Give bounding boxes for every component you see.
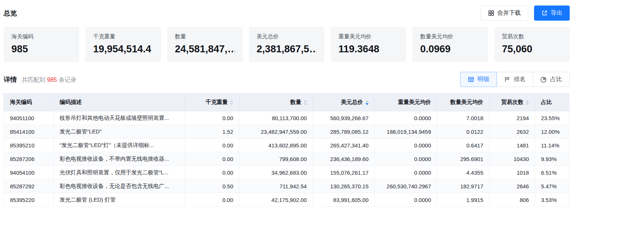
tab-detail[interactable]: 明细 <box>460 72 497 87</box>
cell-usd-total: 265,427,341.40 <box>313 139 375 152</box>
cell-trade-count: 2646 <box>490 179 535 193</box>
tab-proportion[interactable]: 占比 <box>533 72 570 87</box>
cell-usd-avg-by-weight: 0.0000 <box>375 166 437 179</box>
column-label: 重量美元均价 <box>398 99 431 105</box>
column-header-quantity[interactable]: 数量 <box>239 94 313 111</box>
card-value: 19,954,514.4 <box>93 43 153 55</box>
caret-up-icon <box>230 100 233 102</box>
cell-description: 彩色电视接收设备，无论是否包含无线电广... <box>54 179 185 193</box>
detail-left: 详情 共匹配到985条记录 <box>4 75 77 84</box>
column-header-proportion: 占比 <box>535 94 569 111</box>
cell-quantity: 42,175,902.00 <box>239 193 313 207</box>
cell-description: “发光二极管“LED”灯”（未提供详细标... <box>54 139 185 152</box>
table-row[interactable]: 94051100枝形吊灯和其他电动天花板或墙壁照明装置...0.0080,113… <box>4 111 569 125</box>
table-row[interactable]: 85287206彩色电视接收设备，不带内置无线电接收器...0.00799,60… <box>4 152 569 166</box>
cell-quantity: 23,482,947,559.00 <box>239 125 313 139</box>
summary-card: 重量美元均价119.3648 <box>331 27 406 62</box>
summary-card: 数量24,581,847,… <box>167 27 243 62</box>
caret-up-icon <box>304 100 307 102</box>
summary-card: 海关编码985 <box>4 27 79 62</box>
page: 总览 合并下载 <box>0 0 570 207</box>
cell-trade-count: 1018 <box>490 166 535 179</box>
cell-quantity: 34,962,683.00 <box>239 166 313 179</box>
column-header-kg-weight[interactable]: 千克重量 <box>185 94 239 111</box>
table-row[interactable]: 85414100发光二极管“LED”1.5223,482,947,559.002… <box>4 125 569 139</box>
cell-description: 发光二极管 (LED) 灯管 <box>54 193 185 207</box>
export-button[interactable]: 导出 <box>534 6 570 21</box>
table-body: 94051100枝形吊灯和其他电动天花板或墙壁照明装置...0.0080,113… <box>4 111 569 207</box>
cell-usd-avg-by-weight: 188,019,134.9459 <box>375 125 437 139</box>
cell-usd-avg-by-quantity: 4.4355 <box>437 166 490 179</box>
card-label: 千克重量 <box>93 33 153 40</box>
sort-icon[interactable] <box>366 100 369 105</box>
match-summary: 共匹配到985条记录 <box>22 76 77 84</box>
cell-proportion: 9.93% <box>535 152 569 166</box>
sort-icon[interactable] <box>230 100 233 105</box>
cell-quantity: 799,608.00 <box>239 152 313 166</box>
view-tabs: 明细排名占比 <box>460 72 570 87</box>
top-bar: 总览 合并下载 <box>4 0 570 21</box>
sort-icon[interactable] <box>526 100 529 105</box>
cell-hs-code: 85414100 <box>4 125 54 139</box>
column-header-hs-code: 海关编码 <box>4 94 54 111</box>
caret-down-icon <box>304 103 307 105</box>
merge-download-button[interactable]: 合并下载 <box>481 6 528 21</box>
column-header-usd-total[interactable]: 美元总价 <box>313 94 375 111</box>
column-header-description: 编码描述 <box>54 94 185 111</box>
table-row[interactable]: 85395210“发光二极管“LED”灯”（未提供详细标...0.00413,6… <box>4 139 569 152</box>
cell-usd-total: 560,939,268.67 <box>313 111 375 125</box>
column-label: 千克重量 <box>206 99 228 105</box>
cell-hs-code: 94051100 <box>4 111 54 125</box>
cell-quantity: 413,602,895.00 <box>239 139 313 152</box>
cell-kg-weight: 0.00 <box>185 139 239 152</box>
summary-card: 美元总价2,381,867,5… <box>249 27 324 62</box>
column-header-trade-count[interactable]: 贸易次数 <box>490 94 535 111</box>
summary-card: 数量美元均价0.0969 <box>412 27 488 62</box>
cell-usd-avg-by-quantity: 0.6417 <box>437 139 490 152</box>
cell-hs-code: 85287292 <box>4 179 54 193</box>
cell-trade-count: 2632 <box>490 125 535 139</box>
summary-cards: 海关编码985千克重量19,954,514.4数量24,581,847,…美元总… <box>4 27 570 62</box>
cell-hs-code: 85287206 <box>4 152 54 166</box>
tab-label: 排名 <box>514 76 526 83</box>
detail-title: 详情 <box>4 75 17 84</box>
match-count: 985 <box>47 77 57 83</box>
card-value: 119.3648 <box>338 43 398 55</box>
data-table-wrap: 海关编码编码描述千克重量数量美元总价重量美元均价数量美元均价贸易次数占比 940… <box>4 93 570 207</box>
cell-usd-total: 236,436,189.60 <box>313 152 375 166</box>
card-label: 重量美元均价 <box>338 33 398 40</box>
column-header-usd-avg-by-quantity: 数量美元均价 <box>437 94 490 111</box>
cell-usd-avg-by-quantity: 182.9717 <box>437 179 490 193</box>
table-row[interactable]: 85395220发光二极管 (LED) 灯管0.0042,175,902.008… <box>4 193 569 207</box>
cell-usd-total: 155,076,261.17 <box>313 166 375 179</box>
card-label: 海关编码 <box>11 33 71 40</box>
page-title: 总览 <box>4 9 17 18</box>
data-table: 海关编码编码描述千克重量数量美元总价重量美元均价数量美元均价贸易次数占比 940… <box>4 93 569 207</box>
card-label: 贸易次数 <box>502 33 562 40</box>
summary-card: 贸易次数75,060 <box>494 27 570 62</box>
cell-usd-total: 285,789,085.12 <box>313 125 375 139</box>
cell-quantity: 711,942.54 <box>239 179 313 193</box>
cell-usd-total: 83,991,605.00 <box>313 193 375 207</box>
table-row[interactable]: 94054100光伏灯具和照明装置，仅用于发光二极管“L...0.0034,96… <box>4 166 569 179</box>
cell-description: 光伏灯具和照明装置，仅用于发光二极管“L... <box>54 166 185 179</box>
sort-icon[interactable] <box>304 100 307 105</box>
column-label: 数量 <box>290 99 301 105</box>
cell-trade-count: 10430 <box>490 152 535 166</box>
merge-download-label: 合并下载 <box>497 9 521 17</box>
table-row[interactable]: 85287292彩色电视接收设备，无论是否包含无线电广...0.50711,94… <box>4 179 569 193</box>
cell-proportion: 12.00% <box>535 125 569 139</box>
caret-down-icon <box>526 103 529 105</box>
card-value: 24,581,847,… <box>175 43 235 55</box>
tab-label: 占比 <box>550 76 562 83</box>
cell-description: 彩色电视接收设备，不带内置无线电接收器... <box>54 152 185 166</box>
cell-trade-count: 806 <box>490 193 535 207</box>
tab-ranking[interactable]: 排名 <box>497 72 533 87</box>
detail-bar: 详情 共匹配到985条记录 明细排名占比 <box>4 72 570 87</box>
match-prefix: 共匹配到 <box>22 77 45 83</box>
cell-usd-avg-by-quantity: 1.9915 <box>437 193 490 207</box>
cell-kg-weight: 1.52 <box>185 125 239 139</box>
cell-usd-avg-by-weight: 0.0000 <box>375 139 437 152</box>
cell-usd-total: 130,265,370.15 <box>313 179 375 193</box>
cell-kg-weight: 0.00 <box>185 193 239 207</box>
